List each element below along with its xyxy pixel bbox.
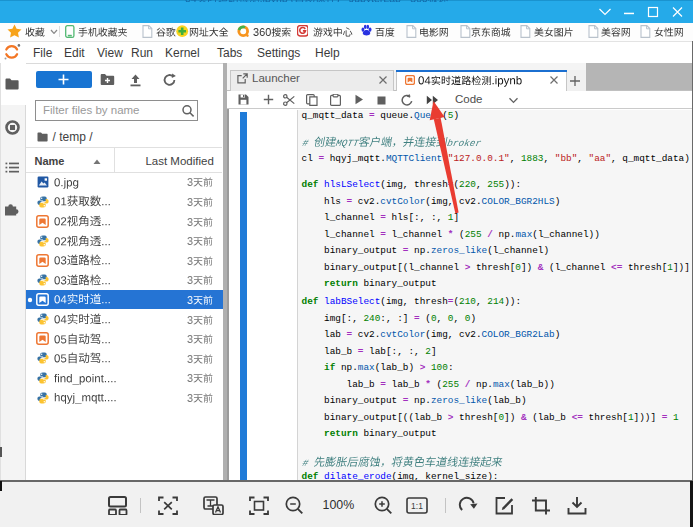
svg-text:1:1: 1:1 — [411, 501, 423, 511]
